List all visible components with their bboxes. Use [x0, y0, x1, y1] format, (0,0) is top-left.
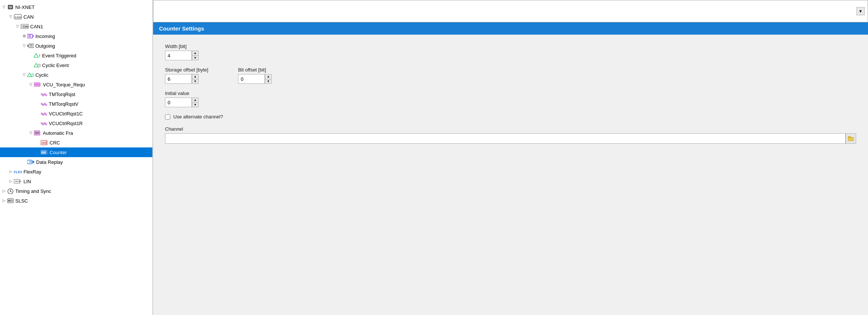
tree-item-outgoing[interactable]: ▽ Outgoing — [0, 41, 152, 51]
expand-nixnet[interactable]: ▽ — [1, 4, 7, 10]
channel-input[interactable] — [165, 133, 846, 144]
svg-text:CRC: CRC — [41, 142, 47, 144]
initial-value-spinner: 0 ▲ ▼ — [165, 98, 856, 107]
svg-text:CAN1: CAN1 — [23, 25, 29, 28]
bit-offset-decrement[interactable]: ▼ — [265, 79, 272, 84]
storage-offset-increment[interactable]: ▲ — [192, 74, 199, 79]
folder-icon — [848, 136, 854, 141]
tree-item-cyclic[interactable]: ▽ Cyclic — [0, 70, 152, 80]
tree-item-slsc[interactable]: ▷ SLSC — [0, 196, 152, 206]
storage-offset-buttons: ▲ ▼ — [192, 74, 199, 84]
tree-item-vcuctrlrqst1c[interactable]: VCUCtrlRqst1C — [0, 109, 152, 118]
use-alt-channel-label: Use alternate channel? — [173, 114, 223, 120]
offset-row: Storage offset [byte] 6 ▲ ▼ Bit offset [… — [165, 67, 856, 84]
autoframe-icon — [34, 130, 41, 136]
tree-label-event: Event Triggered — [42, 53, 76, 58]
tree-label-autoframe: Automatic Fra — [43, 130, 73, 136]
svg-point-64 — [10, 200, 11, 201]
svg-text:f: f — [39, 54, 41, 58]
initial-value-increment[interactable]: ▲ — [192, 98, 199, 102]
width-decrement[interactable]: ▼ — [192, 55, 199, 60]
expand-lin[interactable]: ▷ — [8, 179, 13, 184]
can-icon: CAN — [14, 14, 22, 20]
tree-item-lin[interactable]: ▷ LIN — [0, 176, 152, 186]
svg-rect-66 — [848, 137, 854, 141]
expand-incoming[interactable]: ⊞ — [22, 34, 27, 39]
bit-offset-group: Bit offset [bit] 0 ▲ ▼ — [238, 67, 272, 84]
cyclicevent-icon — [34, 63, 41, 68]
channel-group: Channel — [165, 126, 856, 144]
tree-item-flexray[interactable]: ▷ FLEX FlexRay — [0, 167, 152, 176]
tree-item-incoming[interactable]: ⊞ Incoming — [0, 31, 152, 41]
outgoing-icon — [27, 43, 34, 48]
datareplay-icon — [27, 159, 35, 165]
expand-cyclic[interactable]: ▽ — [22, 72, 27, 77]
signal-wave-icon4 — [41, 121, 47, 125]
storage-offset-label: Storage offset [byte] — [165, 67, 208, 73]
bit-offset-label: Bit offset [bit] — [238, 67, 272, 73]
expand-can1[interactable]: ▽ — [15, 24, 20, 29]
svg-point-65 — [11, 200, 13, 201]
tree-item-counter[interactable]: CNT Counter — [0, 147, 152, 157]
content-area: Width [bit] 4 ▲ ▼ Storage offset [byte] … — [153, 35, 868, 315]
tree-item-tmtorqrqstv[interactable]: TMTorqRqstV — [0, 99, 152, 109]
tree-item-timing[interactable]: ▷ Timing and Sync — [0, 186, 152, 196]
tree-item-can[interactable]: ▽ CAN CAN — [0, 12, 152, 22]
storage-offset-input[interactable]: 6 — [165, 74, 192, 84]
expand-slsc[interactable]: ▷ — [1, 198, 7, 203]
expand-outgoing[interactable]: ▽ — [22, 43, 27, 48]
vcutorque-icon — [34, 82, 41, 87]
initial-value-buttons: ▲ ▼ — [192, 98, 199, 107]
tree-item-vcuctrlrqst1r[interactable]: VCUCtrlRqst1R — [0, 118, 152, 128]
tree-label-timing: Timing and Sync — [15, 188, 51, 194]
expand-vcu[interactable]: ▽ — [28, 82, 34, 87]
tree-label-slsc: SLSC — [15, 198, 28, 204]
tree-label-tmtorqrqstv: TMTorqRqstV — [49, 101, 78, 107]
svg-rect-12 — [27, 34, 32, 38]
tree-item-datareplay[interactable]: Data Replay — [0, 157, 152, 167]
storage-offset-decrement[interactable]: ▼ — [192, 79, 199, 84]
bit-offset-input[interactable]: 0 — [238, 74, 265, 84]
channel-browse-button[interactable] — [846, 133, 856, 144]
tree-label-vcuctrlrqst1c: VCUCtrlRqst1C — [49, 111, 83, 117]
tree-label-counter: Counter — [50, 150, 67, 155]
width-increment[interactable]: ▲ — [192, 51, 199, 55]
tree-label-nixnet: NI-XNET — [15, 4, 35, 10]
tree-item-event-triggered[interactable]: f Event Triggered — [0, 51, 152, 60]
nixnet-icon — [7, 4, 14, 10]
cyclic-icon — [27, 72, 34, 77]
channel-input-row — [165, 133, 856, 144]
tree-item-tmtorqrqst[interactable]: TMTorqRqst — [0, 89, 152, 99]
width-input[interactable]: 4 — [165, 51, 192, 60]
expand-autoframe[interactable]: ▽ — [28, 130, 34, 136]
tree-item-autoframe[interactable]: ▽ Automatic Fra — [0, 128, 152, 138]
width-spinner-buttons: ▲ ▼ — [192, 51, 199, 60]
tree-item-crc[interactable]: CRC CRC — [0, 138, 152, 147]
event-icon: f — [34, 53, 41, 58]
initial-value-input[interactable]: 0 — [165, 98, 192, 107]
section-title: Counter Settings — [159, 25, 204, 32]
width-group: Width [bit] 4 ▲ ▼ — [165, 44, 856, 60]
tree-label-can1: CAN1 — [30, 24, 43, 29]
initial-value-decrement[interactable]: ▼ — [192, 102, 199, 107]
tree-label-tmtorqrqst: TMTorqRqst — [49, 92, 75, 97]
tree-label-vcu: VCU_Torque_Requ — [43, 82, 85, 88]
tree-label-lin: LIN — [23, 179, 31, 184]
tree-label-crc: CRC — [50, 140, 60, 146]
tree-item-cyclic-event[interactable]: Cyclic Event — [0, 60, 152, 70]
width-spinner: 4 ▲ ▼ — [165, 51, 856, 60]
section-header: Counter Settings — [153, 22, 868, 35]
use-alt-channel-checkbox[interactable] — [165, 114, 170, 120]
expand-timing[interactable]: ▷ — [1, 188, 7, 194]
svg-line-29 — [32, 75, 33, 76]
svg-point-61 — [10, 191, 11, 192]
expand-flexray[interactable]: ▷ — [8, 169, 13, 174]
tree-item-can1[interactable]: ▽ CAN1 CAN1 — [0, 22, 152, 31]
lin-icon — [14, 179, 22, 184]
dropdown-arrow[interactable]: ▼ — [856, 7, 865, 15]
expand-can[interactable]: ▽ — [8, 14, 13, 19]
tree-item-vcu-torque[interactable]: ▽ VCU_Torque_Requ — [0, 80, 152, 89]
bit-offset-increment[interactable]: ▲ — [265, 74, 272, 79]
counter-icon: CNT — [41, 150, 48, 155]
tree-item-nixnet[interactable]: ▽ NI-XNET — [0, 2, 152, 12]
